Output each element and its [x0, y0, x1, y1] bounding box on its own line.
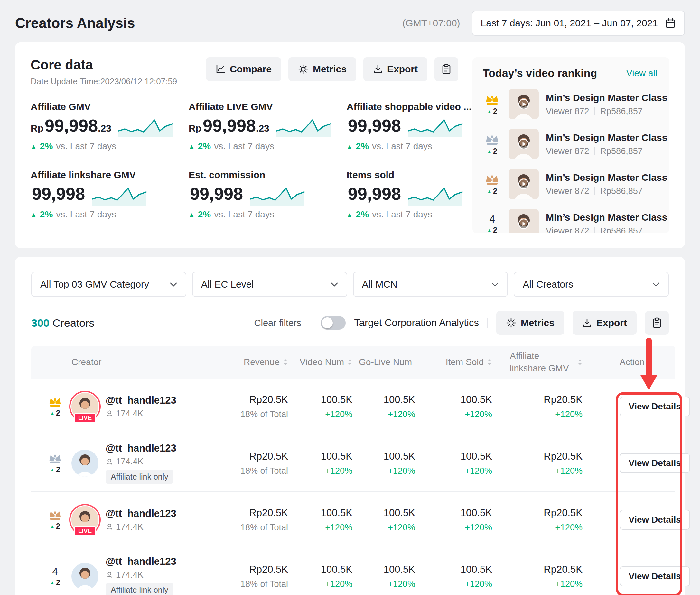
filter-gmv-category-dropdown[interactable]: All Top 03 GMV Category [31, 272, 186, 297]
creator-cell: 1 2 LIVE [31, 393, 226, 420]
divider [487, 318, 488, 328]
metric-delta-note: vs. Last 7 days [214, 141, 274, 151]
video-revenue: Rp586,857 [600, 107, 643, 116]
affiliate-gmv-cell: Rp20.5K+120% [502, 451, 592, 476]
view-details-button[interactable]: View Details [620, 453, 690, 473]
video-viewers: Viewer 872 [546, 107, 589, 116]
filter-mcn-dropdown[interactable]: All MCN [353, 272, 508, 297]
creator-cell: 2 2 [31, 443, 226, 484]
divider [594, 107, 595, 115]
filter-ec-level-dropdown[interactable]: All EC Level [192, 272, 347, 297]
video-thumbnail [509, 129, 539, 159]
column-header-creator: Creator [31, 357, 226, 367]
video-title: Min’s Design Master Class [546, 212, 659, 223]
metric-delta-note: vs. Last 7 days [56, 141, 116, 151]
metric-label: Items sold [347, 170, 472, 180]
creator-handle[interactable]: @tt_handle123 [106, 443, 177, 454]
rank-delta-value: 2 [56, 465, 60, 474]
metric-tile-items-sold: Items sold 99,998 2% vs. Last 7 days [347, 170, 472, 220]
view-details-button[interactable]: View Details [620, 397, 690, 417]
chevron-down-icon [491, 282, 499, 287]
export-button-label: Export [387, 64, 418, 75]
metric-delta: 2% [198, 209, 211, 220]
sort-icon[interactable] [347, 359, 352, 366]
table-toolbar: 300 Creators Clear filters Target Corpor… [31, 311, 675, 335]
currency-prefix: Rp [189, 123, 201, 134]
live-badge: LIVE [74, 413, 96, 423]
ranking-list-item[interactable]: 2 2 Min’s Design Master [483, 129, 659, 159]
compare-button-label: Compare [230, 64, 272, 75]
metric-delta: 2% [40, 209, 53, 220]
ranking-list-item[interactable]: 4 2 Min’s Design Master Class [483, 209, 659, 233]
video-info: Min’s Design Master Class Viewer 872 Rp5… [546, 212, 659, 233]
item-sold-cell: 100.5K+120% [425, 451, 502, 476]
compare-chart-icon [216, 64, 225, 74]
sort-icon[interactable] [283, 359, 288, 366]
metric-delta: 2% [198, 141, 211, 151]
metric-label: Affiliate linkshare GMV [31, 170, 173, 180]
rank-number: 3 [54, 513, 56, 518]
video-num-cell: 100.5K+120% [298, 451, 362, 476]
core-data-section: Core data Date Update Time:2023/06/12 12… [31, 57, 458, 233]
table-metrics-button[interactable]: Metrics [496, 311, 564, 335]
date-range-picker[interactable]: Last 7 days: Jun 01, 2021 – Jun 07, 2021 [472, 10, 685, 36]
core-data-title: Core data [31, 57, 177, 73]
view-all-link[interactable]: View all [624, 68, 659, 79]
play-icon [509, 169, 539, 199]
rank-badge: 4 2 [483, 213, 502, 233]
clear-filters-link[interactable]: Clear filters [252, 317, 303, 329]
rank-delta-value: 2 [493, 187, 497, 196]
rank-delta-value: 2 [493, 107, 497, 116]
metrics-button[interactable]: Metrics [288, 57, 356, 81]
column-header-affiliate-gmv: Affiliate linkshare GMV [502, 350, 592, 374]
gear-icon [298, 64, 308, 74]
metric-decimals: .23 [98, 123, 111, 134]
core-data-heading: Core data Date Update Time:2023/06/12 12… [31, 57, 177, 86]
filter-creators-dropdown[interactable]: All Creators [514, 272, 669, 297]
rank-delta-value: 2 [56, 522, 60, 531]
up-trend-icon [487, 109, 492, 114]
timezone-label: (GMT+07:00) [402, 18, 460, 29]
creator-handle[interactable]: @tt_handle123 [106, 556, 177, 567]
video-thumbnail [509, 169, 539, 199]
copy-report-button[interactable] [434, 57, 458, 81]
ranking-list-item[interactable]: 3 2 Min’s Design Master [483, 169, 659, 199]
view-details-button[interactable]: View Details [620, 510, 690, 530]
compare-button[interactable]: Compare [206, 57, 281, 81]
chevron-down-icon [330, 282, 338, 287]
table-export-button[interactable]: Export [572, 311, 637, 335]
video-viewers: Viewer 872 [546, 186, 589, 196]
followers-count: 174.4K [116, 522, 143, 532]
chevron-down-icon [652, 282, 660, 287]
target-analytics-toggle[interactable] [321, 316, 346, 330]
divider [594, 147, 595, 155]
view-details-button[interactable]: View Details [620, 566, 690, 586]
table-copy-button[interactable] [645, 311, 669, 335]
creator-cell: 4 2 @tt_ [31, 556, 226, 595]
creators-count-label: Creators [52, 317, 94, 329]
metric-value: 99,998 [45, 117, 98, 134]
calendar-icon [665, 18, 676, 29]
creator-handle[interactable]: @tt_handle123 [106, 395, 177, 406]
export-button[interactable]: Export [364, 57, 427, 81]
metric-value: 99,998 [348, 185, 401, 202]
video-viewers: Viewer 872 [546, 146, 589, 156]
sort-icon[interactable] [487, 359, 492, 366]
metric-delta-note: vs. Last 7 days [372, 209, 432, 220]
ranking-list-item[interactable]: 1 2 Min’s Design Master [483, 89, 659, 119]
sort-icon[interactable] [577, 359, 583, 366]
creator-handle[interactable]: @tt_handle123 [106, 508, 177, 519]
rank-badge: 4 2 [46, 566, 64, 587]
rank-number: 1 [54, 400, 56, 405]
action-cell: View Details [592, 397, 690, 417]
table-row: 4 2 @tt_ [31, 548, 675, 595]
creator-info: @tt_handle123 174.4K [106, 508, 177, 532]
person-photo-placeholder [72, 563, 99, 590]
currency-prefix: Rp [31, 123, 44, 134]
table-row: 3 2 LIVE [31, 492, 675, 548]
metric-tile-est-commission: Est. commission 99,998 2% vs. Last 7 [189, 170, 331, 220]
up-trend-icon [189, 211, 195, 218]
video-num-cell: 100.5K+120% [298, 394, 362, 419]
video-ranking-panel: Today’s video ranking View all 1 2 [473, 57, 669, 233]
metric-tile-affiliate-live-gmv: Affiliate LIVE GMV Rp 99,998 .23 2% vs [189, 101, 331, 151]
